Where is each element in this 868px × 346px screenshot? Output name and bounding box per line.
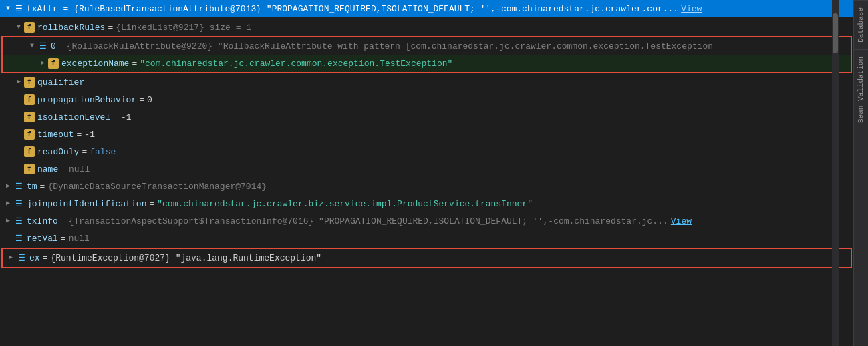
txinfo-view-link[interactable]: View — [671, 216, 692, 226]
tm-row[interactable]: ▶ ☰ tm = {DynamicDataSourceTransactionMa… — [0, 178, 853, 195]
ex-name: ex — [29, 253, 40, 263]
retval-list-icon: ☰ — [13, 233, 24, 244]
txinfo-list-icon: ☰ — [13, 216, 24, 226]
isolation-placeholder — [13, 112, 24, 122]
bean-validation-tab[interactable]: Bean Validation — [854, 49, 868, 130]
propagation-f-icon: f — [24, 94, 35, 105]
timeout-eq: = — [77, 130, 82, 140]
readonly-eq: = — [82, 147, 87, 157]
isolation-name: isolationLevel — [37, 112, 110, 122]
isolation-eq: = — [113, 112, 118, 122]
ex-highlight-box: ▶ ☰ ex = {RuntimeException@7027} "java.l… — [1, 248, 852, 268]
ex-row[interactable]: ▶ ☰ ex = {RuntimeException@7027} "java.l… — [3, 249, 851, 267]
qualifier-eq: = — [87, 77, 92, 88]
tm-name: tm — [27, 182, 37, 192]
exception-eq: = — [132, 59, 137, 69]
exception-name-row[interactable]: ▶ f exceptionName = "com.chinaredstar.jc… — [3, 55, 851, 72]
header-text: txAttr = {RuleBasedTransactionAttribute@… — [27, 4, 678, 14]
header-list-icon: ☰ — [13, 3, 24, 14]
name-f-icon: f — [24, 164, 35, 174]
txinfo-name: txInfo — [27, 216, 58, 226]
rollback-0-eq: = — [59, 41, 64, 51]
joinpoint-list-icon: ☰ — [13, 198, 24, 209]
ex-expand-icon[interactable]: ▶ — [5, 252, 16, 263]
qualifier-row[interactable]: ▶ f qualifier = — [0, 73, 853, 91]
rollback-0-name: 0 — [51, 41, 56, 51]
txinfo-eq: = — [61, 216, 66, 226]
propagation-name: propagationBehavior — [37, 95, 136, 105]
propagation-value: 0 — [147, 95, 152, 105]
rollback-f-icon: f — [24, 22, 35, 33]
timeout-name: timeout — [37, 130, 74, 140]
propagation-placeholder — [13, 94, 24, 105]
retval-row[interactable]: ☰ retVal = null — [0, 230, 853, 247]
propagation-row[interactable]: f propagationBehavior = 0 — [0, 91, 853, 108]
txinfo-expand-icon[interactable]: ▶ — [3, 216, 13, 226]
rollback-rule-0-row[interactable]: ▼ ☰ 0 = {RollbackRuleAttribute@9220} "Ro… — [3, 37, 851, 55]
name-label: name — [37, 164, 58, 174]
rollback-rules-value: {LinkedList@9217} size = 1 — [116, 23, 251, 33]
name-row[interactable]: f name = null — [0, 160, 853, 178]
ex-value: {RuntimeException@7027} "java.lang.Runti… — [50, 253, 321, 263]
txinfo-row[interactable]: ▶ ☰ txInfo = {TransactionAspectSupport$T… — [0, 212, 853, 230]
readonly-placeholder — [13, 146, 24, 157]
joinpoint-eq: = — [149, 199, 154, 209]
isolation-f-icon: f — [24, 112, 35, 122]
retval-value: null — [69, 234, 90, 244]
readonly-row[interactable]: f readOnly = false — [0, 143, 853, 160]
timeout-f-icon: f — [24, 129, 35, 140]
database-tab[interactable]: Database — [854, 0, 868, 49]
joinpoint-value: "com.chinaredstar.jc.crawler.biz.service… — [157, 199, 533, 209]
ex-eq: = — [43, 253, 48, 263]
exception-f-icon: f — [48, 58, 59, 69]
header-view-link[interactable]: View — [681, 4, 702, 14]
rollback-0-value: {RollbackRuleAttribute@9220} "RollbackRu… — [67, 41, 713, 51]
isolation-row[interactable]: f isolationLevel = -1 — [0, 108, 853, 126]
ex-list-icon: ☰ — [16, 252, 27, 263]
retval-placeholder — [3, 233, 13, 244]
scrollbar-track[interactable] — [832, 0, 839, 346]
tm-eq: = — [40, 182, 45, 192]
name-placeholder — [13, 164, 24, 174]
rollback-rules-name: rollbackRules — [37, 23, 105, 33]
propagation-eq: = — [139, 95, 144, 105]
readonly-name: readOnly — [37, 147, 79, 157]
debug-tree: ▼ f rollbackRules = {LinkedList@9217} si… — [0, 17, 853, 346]
joinpoint-name: joinpointIdentification — [27, 199, 146, 209]
timeout-value: -1 — [84, 130, 95, 140]
tm-expand-icon[interactable]: ▶ — [3, 181, 13, 192]
txinfo-value: {TransactionAspectSupport$TransactionInf… — [69, 216, 668, 226]
timeout-placeholder — [13, 129, 24, 140]
joinpoint-row[interactable]: ▶ ☰ joinpointIdentification = "com.china… — [0, 195, 853, 212]
retval-name: retVal — [27, 234, 58, 244]
tm-list-icon: ☰ — [13, 181, 24, 192]
scrollbar-thumb[interactable] — [833, 13, 838, 53]
exception-name-label: exceptionName — [61, 59, 129, 69]
isolation-value: -1 — [121, 112, 132, 122]
rollback-rule-highlight-box: ▼ ☰ 0 = {RollbackRuleAttribute@9220} "Ro… — [1, 36, 852, 73]
qualifier-expand-icon[interactable]: ▶ — [13, 77, 24, 88]
rollback-rules-eq: = — [108, 23, 113, 33]
name-value: null — [69, 164, 90, 174]
joinpoint-expand-icon[interactable]: ▶ — [3, 198, 13, 209]
timeout-row[interactable]: f timeout = -1 — [0, 126, 853, 143]
rollback-0-expand-icon[interactable]: ▼ — [27, 41, 37, 51]
retval-eq: = — [61, 234, 66, 244]
rollback-rules-row[interactable]: ▼ f rollbackRules = {LinkedList@9217} si… — [0, 19, 853, 36]
exception-name-value: "com.chinaredstar.jc.crawler.common.exce… — [140, 59, 452, 69]
exception-expand-icon[interactable]: ▶ — [37, 58, 48, 69]
qualifier-name: qualifier — [37, 77, 84, 88]
header-row[interactable]: ▼ ☰ txAttr = {RuleBasedTransactionAttrib… — [0, 0, 853, 17]
rollback-0-list-icon: ☰ — [37, 41, 48, 51]
header-expand-icon[interactable]: ▼ — [3, 3, 13, 14]
tm-value: {DynamicDataSourceTransactionManager@701… — [47, 182, 267, 192]
debug-panel: ▼ ☰ txAttr = {RuleBasedTransactionAttrib… — [0, 0, 853, 346]
readonly-f-icon: f — [24, 146, 35, 157]
rollback-expand-icon[interactable]: ▼ — [13, 22, 24, 33]
qualifier-f-icon: f — [24, 77, 35, 88]
readonly-value: false — [90, 147, 116, 157]
name-eq: = — [61, 164, 66, 174]
side-tabs-panel: Database Bean Validation — [853, 0, 868, 346]
